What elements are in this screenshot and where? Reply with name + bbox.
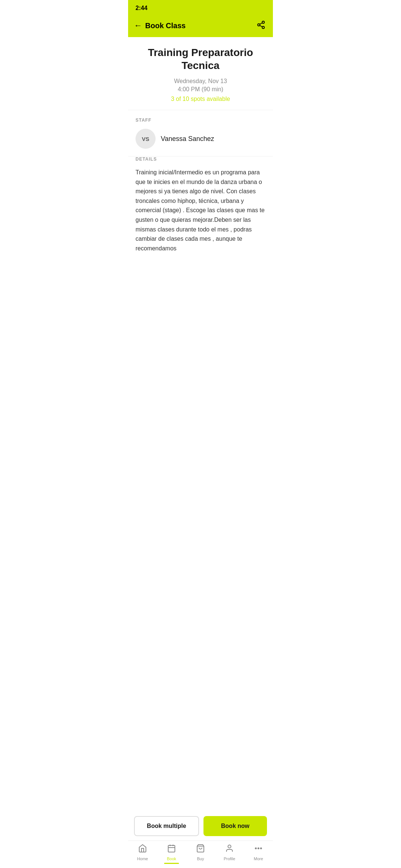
- details-section: DETAILS Training inicial/Intermedio es u…: [128, 157, 273, 260]
- share-icon[interactable]: [257, 20, 265, 31]
- back-button[interactable]: ←: [134, 21, 142, 30]
- top-nav: ← Book Class: [128, 16, 273, 37]
- class-title: Training Preparatorio Tecnica: [136, 46, 265, 72]
- spots-available: 3 of 10 spots available: [136, 96, 265, 102]
- status-time: 2:44: [136, 5, 147, 11]
- class-header: Training Preparatorio Tecnica Wednesday,…: [128, 37, 273, 110]
- class-time: 4:00 PM (90 min): [136, 86, 265, 93]
- main-content: Training Preparatorio Tecnica Wednesday,…: [128, 37, 273, 297]
- page-title: Book Class: [145, 22, 186, 30]
- details-label: DETAILS: [136, 157, 265, 162]
- status-bar: 2:44: [128, 0, 273, 16]
- staff-label: STAFF: [136, 118, 265, 123]
- nav-left: ← Book Class: [134, 21, 186, 30]
- staff-name: Vanessa Sanchez: [161, 135, 214, 143]
- staff-avatar: VS: [136, 129, 156, 149]
- svg-line-4: [260, 23, 263, 24]
- svg-point-2: [262, 26, 264, 29]
- class-date: Wednesday, Nov 13: [136, 78, 265, 85]
- svg-point-1: [258, 24, 260, 26]
- staff-section: STAFF VS Vanessa Sanchez: [128, 110, 273, 156]
- svg-line-3: [260, 25, 263, 27]
- svg-point-0: [262, 21, 264, 23]
- details-text: Training inicial/Intermedio es un progra…: [136, 168, 265, 253]
- staff-item: VS Vanessa Sanchez: [136, 129, 265, 149]
